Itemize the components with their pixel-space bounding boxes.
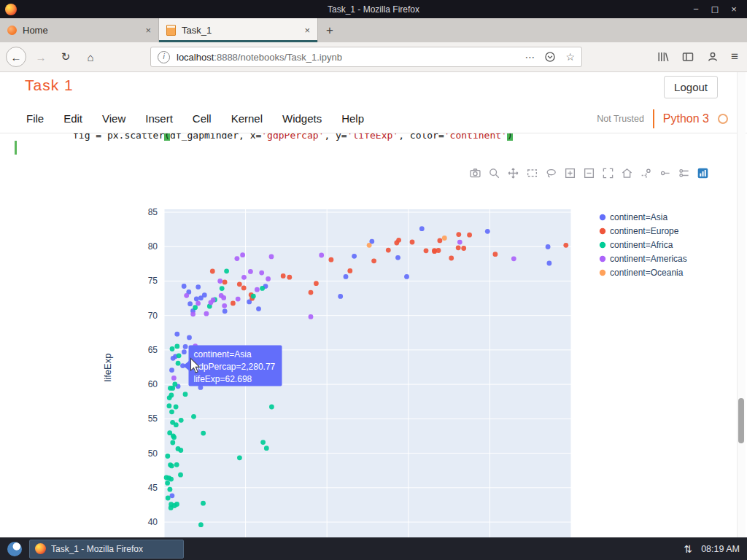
- forward-button[interactable]: →: [31, 47, 51, 67]
- address-bar[interactable]: i localhost:8888/notebooks/Task_1.ipynb …: [150, 47, 582, 67]
- legend-item[interactable]: continent=Europe: [600, 226, 679, 236]
- input-indicator-icon[interactable]: ⇅: [684, 543, 692, 555]
- scatter-point[interactable]: [404, 274, 409, 279]
- scrollbar-thumb[interactable]: [738, 398, 744, 443]
- scatter-point[interactable]: [269, 405, 274, 410]
- scatter-point[interactable]: [169, 477, 174, 482]
- scatter-point[interactable]: [182, 349, 187, 354]
- scatter-point[interactable]: [190, 311, 196, 316]
- maximize-button[interactable]: ◻: [707, 2, 723, 16]
- menu-insert[interactable]: Insert: [145, 112, 173, 125]
- scatter-point[interactable]: [174, 462, 179, 467]
- scatter-point[interactable]: [269, 254, 274, 260]
- page-actions-icon[interactable]: ⋯: [525, 51, 535, 63]
- scatter-point[interactable]: [170, 386, 175, 391]
- scatter-point[interactable]: [231, 301, 236, 306]
- scatter-point[interactable]: [352, 254, 357, 259]
- scatter-point[interactable]: [240, 252, 245, 257]
- back-button[interactable]: ←: [6, 47, 26, 67]
- legend-item[interactable]: continent=Oceania: [600, 268, 684, 278]
- scatter-point[interactable]: [210, 269, 215, 274]
- scatter-point[interactable]: [187, 301, 193, 306]
- tab-close-icon[interactable]: ×: [145, 25, 151, 36]
- scatter-point[interactable]: [260, 440, 266, 445]
- scatter-point[interactable]: [432, 248, 437, 253]
- scatter-point[interactable]: [198, 522, 204, 527]
- scatter-point[interactable]: [563, 243, 568, 248]
- scatter-point[interactable]: [419, 226, 425, 231]
- scatter-point[interactable]: [329, 257, 334, 262]
- scatter-point[interactable]: [344, 274, 349, 279]
- scatter-point[interactable]: [467, 233, 472, 238]
- scatter-point[interactable]: [237, 281, 242, 287]
- scatter-point[interactable]: [456, 245, 461, 250]
- scatter-point[interactable]: [198, 295, 204, 300]
- menu-help[interactable]: Help: [341, 112, 364, 125]
- scatter-point[interactable]: [485, 229, 490, 234]
- scatter-point[interactable]: [209, 300, 214, 306]
- scatter-point[interactable]: [457, 240, 462, 245]
- scatter-point[interactable]: [424, 248, 429, 253]
- scatter-point[interactable]: [259, 271, 264, 276]
- scatter-point[interactable]: [193, 305, 198, 310]
- scatter-point[interactable]: [241, 275, 247, 280]
- code-cell[interactable]: fig = px.scatter(df_gapminder, x='gdpPer…: [73, 133, 722, 143]
- scatter-point[interactable]: [184, 293, 189, 298]
- logout-button[interactable]: Logout: [664, 76, 718, 98]
- scatter-point[interactable]: [386, 248, 391, 253]
- scatter-point[interactable]: [256, 306, 261, 311]
- menu-edit[interactable]: Edit: [63, 112, 82, 125]
- scatter-point[interactable]: [309, 314, 314, 319]
- scatter-point[interactable]: [493, 252, 498, 257]
- scatter-point[interactable]: [547, 261, 552, 266]
- scatter-point[interactable]: [222, 308, 228, 314]
- menu-kernel[interactable]: Kernel: [231, 112, 263, 125]
- scatter-point[interactable]: [201, 501, 206, 506]
- scatter-point[interactable]: [174, 344, 179, 349]
- scatter-point[interactable]: [309, 290, 314, 295]
- scatter-point[interactable]: [235, 256, 240, 261]
- scatter-point[interactable]: [191, 414, 196, 419]
- scatter-point[interactable]: [241, 286, 247, 291]
- scatter-point[interactable]: [442, 236, 447, 241]
- new-tab-button[interactable]: +: [318, 18, 341, 42]
- scatter-point[interactable]: [224, 268, 229, 273]
- scatter-point[interactable]: [456, 232, 461, 237]
- menu-widgets[interactable]: Widgets: [282, 112, 322, 125]
- menu-file[interactable]: File: [26, 112, 44, 125]
- jupyter-site-logo[interactable]: Task 1: [25, 77, 74, 94]
- scatter-point[interactable]: [187, 335, 192, 341]
- scatter-point[interactable]: [196, 301, 201, 306]
- scatter-point[interactable]: [174, 332, 179, 337]
- scatter-point[interactable]: [236, 297, 241, 302]
- scatter-point[interactable]: [217, 279, 222, 284]
- account-icon[interactable]: [706, 50, 719, 63]
- scatter-point[interactable]: [165, 454, 170, 459]
- sidebar-icon[interactable]: [681, 50, 694, 63]
- scatter-point[interactable]: [410, 240, 415, 245]
- tab-close-icon[interactable]: ×: [304, 25, 310, 36]
- scatter-point[interactable]: [170, 440, 175, 446]
- scatter-point[interactable]: [178, 472, 183, 478]
- task-button[interactable]: Task_1 - Mozilla Firefox: [29, 540, 184, 559]
- scatter-point[interactable]: [194, 297, 199, 302]
- scatter-point[interactable]: [169, 464, 174, 469]
- scatter-point[interactable]: [255, 287, 260, 292]
- trust-status[interactable]: Not Trusted: [597, 114, 644, 124]
- site-info-icon[interactable]: i: [158, 51, 170, 63]
- scatter-point[interactable]: [169, 368, 174, 373]
- scatter-chart[interactable]: 40455055606570758085lifeExpcontinent=Asi…: [0, 168, 738, 537]
- close-button[interactable]: ×: [726, 2, 742, 16]
- scatter-point[interactable]: [221, 295, 226, 300]
- scatter-point[interactable]: [449, 256, 454, 261]
- scatter-point[interactable]: [371, 258, 376, 263]
- scatter-point[interactable]: [461, 246, 466, 251]
- menu-icon[interactable]: ≡: [731, 50, 738, 64]
- scatter-point[interactable]: [174, 405, 179, 410]
- scatter-point[interactable]: [176, 361, 181, 366]
- legend-item[interactable]: continent=Asia: [600, 212, 668, 222]
- scatter-point[interactable]: [182, 284, 187, 289]
- scatter-point[interactable]: [396, 238, 401, 243]
- scatter-point[interactable]: [179, 418, 184, 423]
- tab-home[interactable]: Home ×: [0, 18, 159, 42]
